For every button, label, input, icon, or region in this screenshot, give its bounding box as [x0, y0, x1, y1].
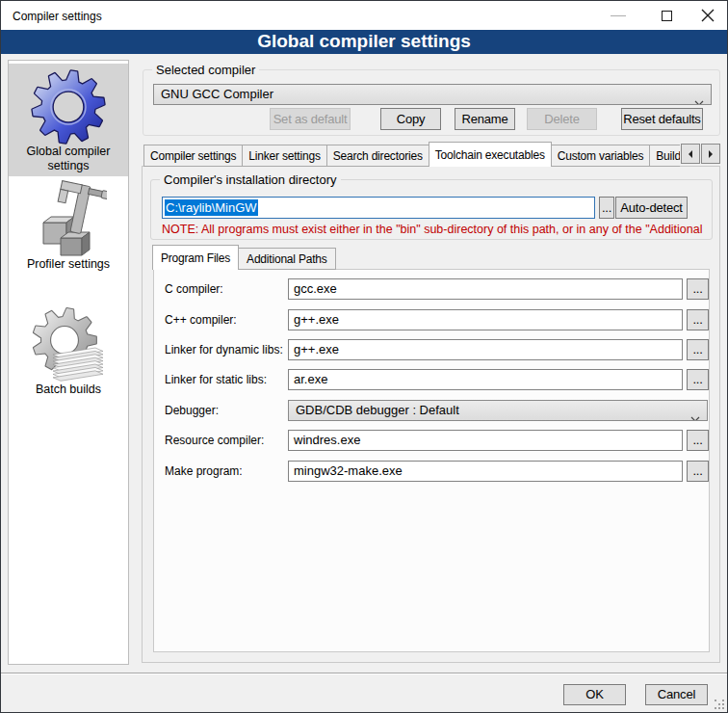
- installation-directory-input[interactable]: C:\raylib\MinGW: [162, 197, 595, 219]
- linker-for-dynamic-libs-browse-button[interactable]: ...: [687, 339, 709, 360]
- minimize-icon[interactable]: [611, 15, 626, 16]
- category-sidebar: Global compiler settings: [8, 60, 129, 665]
- form-row-make-program: Make program:mingw32-make.exe...: [154, 461, 711, 482]
- ok-button[interactable]: OK: [563, 684, 626, 705]
- compiler-select-value: GNU GCC Compiler: [161, 87, 273, 101]
- program-files-page: C compiler:gcc.exe...C++ compiler:g++.ex…: [153, 269, 710, 652]
- linker-for-static-libs-input[interactable]: ar.exe: [288, 369, 683, 390]
- form-row-resource-compiler: Resource compiler:windres.exe...: [154, 430, 711, 451]
- tab-linker-settings[interactable]: Linker settings: [242, 145, 326, 167]
- debugger-label: Debugger:: [165, 400, 219, 421]
- linker-for-static-libs-label: Linker for static libs:: [165, 369, 267, 390]
- linker-for-dynamic-libs-label: Linker for dynamic libs:: [165, 339, 283, 360]
- dialog-window: Compiler settings Global compiler settin…: [0, 0, 728, 713]
- c-compiler-label: C++ compiler:: [165, 309, 237, 330]
- form-row-c-compiler: C compiler:gcc.exe...: [154, 278, 711, 300]
- form-row-linker-for-dynamic-libs: Linker for dynamic libs:g++.exe...: [154, 339, 711, 360]
- maximize-icon[interactable]: [662, 11, 672, 21]
- resource-compiler-label: Resource compiler:: [165, 430, 264, 451]
- autodetect-button[interactable]: Auto-detect: [615, 197, 688, 219]
- sidebar-item-profiler-settings[interactable]: Profiler settings: [9, 180, 128, 282]
- tab-toolchain-executables[interactable]: Toolchain executables: [429, 142, 552, 167]
- linker-for-static-libs-browse-button[interactable]: ...: [687, 369, 709, 390]
- make-program-label: Make program:: [165, 461, 243, 482]
- debugger-select[interactable]: GDB/CDB debugger : Default: [288, 400, 708, 421]
- select-value: GDB/CDB debugger : Default: [296, 403, 459, 417]
- c-compiler-browse-button[interactable]: ...: [687, 309, 709, 330]
- tab-search-directories[interactable]: Search directories: [326, 145, 429, 167]
- installation-note: NOTE: All programs must exist either in …: [162, 223, 707, 236]
- batch-builds-icon: [30, 305, 107, 383]
- sidebar-item-label: Global compiler settings: [9, 145, 128, 173]
- make-program-browse-button[interactable]: ...: [687, 461, 709, 482]
- chevron-down-icon: [690, 409, 700, 421]
- selected-compiler-group: Selected compiler GNU GCC Compiler Set a…: [143, 69, 720, 136]
- installation-directory-label: Compiler's installation directory: [160, 172, 341, 187]
- c-compiler-browse-button[interactable]: ...: [687, 278, 709, 300]
- installation-directory-browse-button[interactable]: ...: [599, 197, 614, 219]
- form-row-linker-for-static-libs: Linker for static libs:ar.exe...: [154, 369, 711, 390]
- sidebar-item-label: Batch builds: [9, 383, 128, 397]
- c-compiler-input[interactable]: g++.exe: [288, 309, 683, 330]
- cancel-button[interactable]: Cancel: [645, 684, 708, 705]
- tab-strip: Compiler settingsLinker settingsSearch d…: [143, 142, 680, 167]
- close-icon[interactable]: [701, 9, 715, 22]
- blue-gear-icon: [30, 67, 107, 145]
- subtab-strip: Program FilesAdditional Paths: [152, 245, 537, 270]
- linker-for-dynamic-libs-input[interactable]: g++.exe: [288, 339, 683, 360]
- subtab-additional-paths[interactable]: Additional Paths: [238, 248, 336, 270]
- tab-scroll-left-button[interactable]: [681, 144, 700, 164]
- c-compiler-label: C compiler:: [165, 278, 223, 300]
- make-program-input[interactable]: mingw32-make.exe: [288, 461, 683, 482]
- resource-compiler-browse-button[interactable]: ...: [687, 430, 709, 451]
- caliper-icon: [30, 180, 107, 257]
- tab-scroll-right-button[interactable]: [701, 144, 720, 164]
- titlebar: Compiler settings: [1, 1, 727, 30]
- sidebar-item-label: Profiler settings: [9, 257, 128, 272]
- set-as-default-button: Set as default: [270, 108, 351, 130]
- copy-button[interactable]: Copy: [380, 108, 441, 130]
- c-compiler-input[interactable]: gcc.exe: [288, 278, 683, 300]
- footer-separator: [0, 673, 728, 674]
- tab-build-options[interactable]: Build options: [649, 145, 680, 167]
- installation-directory-value: C:\raylib\MinGW: [165, 199, 258, 216]
- form-row-debugger: Debugger:GDB/CDB debugger : Default: [154, 400, 711, 421]
- tab-compiler-settings[interactable]: Compiler settings: [143, 145, 243, 167]
- selected-compiler-label: Selected compiler: [152, 63, 259, 77]
- compiler-select[interactable]: GNU GCC Compiler: [153, 84, 712, 105]
- resource-compiler-input[interactable]: windres.exe: [288, 430, 683, 451]
- dialog-header: Global compiler settings: [1, 30, 727, 54]
- chevron-down-icon: [694, 92, 704, 105]
- form-row-c-compiler: C++ compiler:g++.exe...: [154, 309, 711, 330]
- subtab-program-files[interactable]: Program Files: [152, 245, 239, 270]
- sidebar-item-global-compiler-settings[interactable]: Global compiler settings: [9, 64, 128, 176]
- resize-grip[interactable]: [715, 700, 716, 701]
- tab-custom-variables[interactable]: Custom variables: [551, 145, 651, 167]
- delete-button: Delete: [527, 108, 597, 130]
- installation-directory-group: Compiler's installation directory C:\ray…: [150, 179, 713, 240]
- sidebar-item-batch-builds[interactable]: Batch builds: [9, 305, 128, 404]
- window-title: Compiler settings: [13, 10, 102, 23]
- rename-button[interactable]: Rename: [455, 108, 515, 130]
- reset-defaults-button[interactable]: Reset defaults: [621, 108, 703, 130]
